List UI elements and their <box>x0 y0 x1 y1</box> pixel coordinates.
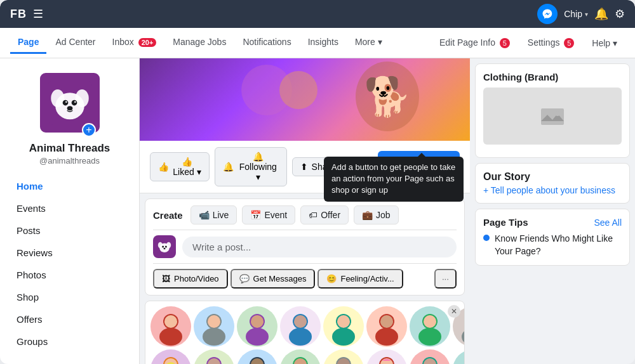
sidebar-item-reviews[interactable]: Reviews <box>10 242 129 263</box>
brand-image-placeholder <box>483 88 622 145</box>
svg-point-26 <box>289 328 312 346</box>
gear-icon[interactable]: ⚙ <box>615 7 625 21</box>
person-avatar[interactable] <box>453 349 465 364</box>
person-avatar[interactable] <box>237 306 277 347</box>
sidebar-item-events[interactable]: Events <box>10 198 129 219</box>
job-icon: 💼 <box>362 210 373 220</box>
svg-point-32 <box>375 328 398 346</box>
tab-adcenter[interactable]: Ad Center <box>48 32 103 54</box>
person-avatar[interactable] <box>194 306 234 347</box>
get-messages-button[interactable]: 💬 Get Messages <box>231 269 316 289</box>
create-label: Create <box>153 210 183 221</box>
person-avatar[interactable] <box>366 349 407 364</box>
svg-point-65 <box>555 111 560 116</box>
person-avatar[interactable] <box>323 349 364 364</box>
svg-point-6 <box>65 101 67 103</box>
svg-point-18 <box>164 315 177 328</box>
person-avatar[interactable] <box>366 306 407 347</box>
page-name: Animal Threads <box>10 142 129 155</box>
following-button[interactable]: 🔔 🔔 Following ▾ <box>215 147 287 186</box>
sidebar-item-offers[interactable]: Offers <box>10 309 129 330</box>
top-navbar: FB ☰ Chip ▾ 🔔 ⚙ <box>0 0 635 28</box>
svg-point-15 <box>164 248 166 249</box>
svg-point-20 <box>203 328 225 346</box>
tip-item: Know Friends Who Might Like Your Page? <box>483 233 622 257</box>
messenger-icon[interactable] <box>537 4 558 24</box>
svg-point-14 <box>165 246 167 248</box>
people-grid <box>145 301 464 364</box>
person-avatar[interactable] <box>237 349 277 364</box>
tip-indicator <box>483 235 490 241</box>
svg-point-12 <box>159 244 170 252</box>
svg-point-17 <box>159 328 182 346</box>
add-photo-button[interactable]: + <box>82 123 96 137</box>
see-all-link[interactable]: See All <box>594 218 622 228</box>
our-story-link[interactable]: + Tell people about your business <box>483 185 622 195</box>
svg-point-27 <box>294 315 307 328</box>
event-button[interactable]: 📅 Event <box>242 205 295 224</box>
post-actions-row: 🖼 Photo/Video 💬 Get Messages 😊 Feeling/A… <box>153 263 457 289</box>
sidebar-item-posts[interactable]: Posts <box>10 220 129 241</box>
tab-settings[interactable]: Settings 5 <box>520 32 582 53</box>
live-button[interactable]: 📹 Live <box>190 205 237 224</box>
liked-button[interactable]: 👍 👍 Liked ▾ <box>150 152 210 181</box>
tooltip-text: Add a button to get people to take an ac… <box>331 162 455 195</box>
cover-photo: 🐕 <box>140 58 470 141</box>
user-chip[interactable]: Chip ▾ <box>564 9 588 19</box>
job-button[interactable]: 💼 Job <box>354 205 399 224</box>
hamburger-icon[interactable]: ☰ <box>33 7 43 21</box>
sidebar-item-home[interactable]: Home <box>10 176 129 197</box>
svg-point-30 <box>337 315 350 328</box>
event-icon: 📅 <box>250 210 261 220</box>
person-avatar[interactable] <box>150 306 191 347</box>
person-avatar[interactable] <box>280 306 321 347</box>
svg-point-8 <box>67 106 72 110</box>
person-avatar[interactable] <box>410 349 450 364</box>
people-close-button[interactable]: ✕ <box>448 305 460 318</box>
secondary-navbar: Page Ad Center Inbox 20+ Manage Jobs Not… <box>0 28 635 58</box>
tab-editpage[interactable]: Edit Page Info 5 <box>432 32 518 53</box>
tab-inbox[interactable]: Inbox 20+ <box>105 32 164 54</box>
bell-icon[interactable]: 🔔 <box>594 7 608 21</box>
page-tips-title: Page Tips <box>483 217 528 228</box>
following-icon: 🔔 <box>223 162 234 172</box>
center-content: 🐕 👍 👍 Liked ▾ 🔔 🔔 Following ▾ ⬆ Share ··… <box>140 58 470 364</box>
create-post-area: Create 📹 Live 📅 Event 🏷 Offer 💼 <box>145 198 465 296</box>
svg-point-23 <box>246 328 269 346</box>
post-more-button[interactable]: ··· <box>434 269 457 289</box>
tab-page[interactable]: Page <box>10 32 46 54</box>
feeling-button[interactable]: 😊 Feeling/Activ... <box>318 269 403 289</box>
create-tabs: Create 📹 Live 📅 Event 🏷 Offer 💼 <box>153 205 457 230</box>
top-nav-right: Chip ▾ 🔔 ⚙ <box>537 4 625 24</box>
liked-icon: 👍 <box>158 162 169 172</box>
messages-icon: 💬 <box>239 274 250 283</box>
tab-help[interactable]: Help ▾ <box>584 33 625 53</box>
svg-point-21 <box>208 315 220 328</box>
page-avatar-wrap: + <box>10 71 129 134</box>
tab-notifications[interactable]: Notifications <box>235 32 298 54</box>
sidebar-nav: Home Events Posts Reviews Photos Shop Of… <box>10 176 129 352</box>
svg-point-4 <box>62 100 68 106</box>
post-avatar <box>153 235 176 258</box>
post-input-field[interactable]: Write a post... <box>182 237 457 257</box>
offer-button[interactable]: 🏷 Offer <box>300 205 349 224</box>
person-avatar[interactable] <box>410 306 450 347</box>
svg-point-24 <box>251 315 264 328</box>
svg-rect-64 <box>541 108 564 125</box>
fb-logo: FB <box>10 8 27 21</box>
person-avatar[interactable] <box>323 306 364 347</box>
tab-more[interactable]: More ▾ <box>347 32 390 54</box>
tab-managejobs[interactable]: Manage Jobs <box>165 32 234 54</box>
sidebar-item-groups[interactable]: Groups <box>10 331 129 352</box>
person-avatar[interactable] <box>150 349 191 364</box>
sidebar-item-photos[interactable]: Photos <box>10 264 129 285</box>
svg-point-36 <box>424 315 436 328</box>
svg-point-7 <box>74 101 76 103</box>
person-avatar[interactable] <box>194 349 234 364</box>
photo-icon: 🖼 <box>162 274 170 283</box>
photo-video-button[interactable]: 🖼 Photo/Video <box>153 269 228 289</box>
feeling-icon: 😊 <box>326 274 337 283</box>
person-avatar[interactable] <box>280 349 321 364</box>
sidebar-item-shop[interactable]: Shop <box>10 287 129 308</box>
tab-insights[interactable]: Insights <box>300 32 346 54</box>
